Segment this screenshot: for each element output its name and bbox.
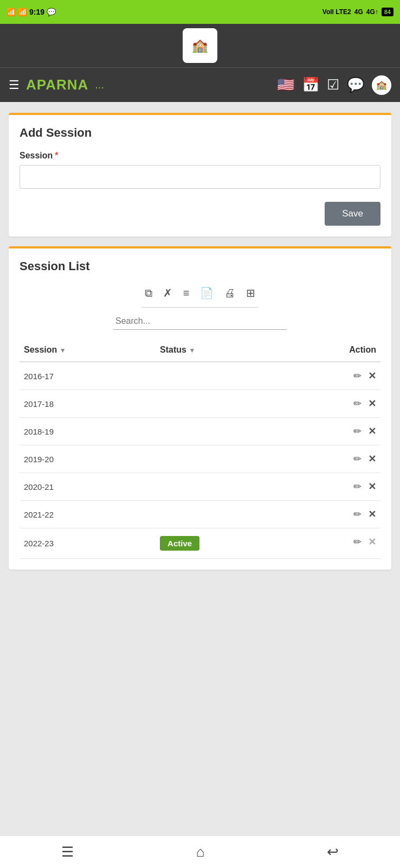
main-content: Add Session Session * Save Session List … <box>0 102 400 835</box>
status-cell <box>156 390 285 418</box>
bottom-back-icon[interactable]: ↩ <box>327 844 339 860</box>
delete-button[interactable]: ✕ <box>368 508 376 520</box>
table-row: 2020-21✏✕ <box>20 473 380 501</box>
add-session-title: Add Session <box>20 126 380 140</box>
status-cell <box>156 473 285 501</box>
edit-button[interactable]: ✏ <box>353 508 362 520</box>
whatsapp-nav-icon[interactable]: 💬 <box>347 76 364 93</box>
session-cell: 2019-20 <box>20 445 156 473</box>
required-marker: * <box>55 151 58 161</box>
app-logo: 🏫 <box>183 28 217 63</box>
table-row: 2021-22✏✕ <box>20 501 380 528</box>
lte-signal: Voll LTE2 <box>322 8 351 16</box>
calendar-icon[interactable]: 📅 <box>302 76 319 93</box>
logo-bar: 🏫 <box>0 24 400 67</box>
nav-bar: ☰ APARNA ... 🇺🇸 📅 ☑ 💬 🏫 <box>0 67 400 102</box>
nav-right: 🇺🇸 📅 ☑ 💬 🏫 <box>277 75 391 95</box>
save-button[interactable]: Save <box>325 202 380 226</box>
col-action: Action <box>285 339 380 362</box>
bottom-menu-icon[interactable]: ☰ <box>61 844 74 860</box>
action-cell: ✏✕ <box>285 473 380 500</box>
action-cell: ✏✕ <box>285 528 380 556</box>
col-session: Session ▼ <box>20 339 156 362</box>
csv-icon-btn[interactable]: ≡ <box>180 284 193 302</box>
table-row: 2022-23Active✏✕ <box>20 528 380 559</box>
delete-button[interactable]: ✕ <box>368 425 376 437</box>
action-cell: ✏✕ <box>285 362 380 390</box>
session-cell: 2017-18 <box>20 390 156 418</box>
table-row: 2018-19✏✕ <box>20 418 380 445</box>
session-field-label: Session * <box>20 151 380 161</box>
bottom-nav: ☰ ⌂ ↩ <box>0 835 400 868</box>
data-speed: 4G <box>354 8 363 16</box>
session-list-card: Session List ⧉ ✗ ≡ 📄 🖨 ⊞ Session ▼ <box>9 246 391 570</box>
task-icon[interactable]: ☑ <box>327 76 339 93</box>
table-row: 2019-20✏✕ <box>20 445 380 473</box>
status-badge: Active <box>160 536 199 551</box>
signal-icon-2: 📶 <box>18 8 27 16</box>
hamburger-menu[interactable]: ☰ <box>9 78 20 92</box>
status-cell <box>156 362 285 390</box>
edit-button[interactable]: ✏ <box>353 453 362 465</box>
col-status: Status ▼ <box>156 339 285 362</box>
delete-button[interactable]: ✕ <box>368 536 376 548</box>
time-display: 9:19 <box>29 8 44 16</box>
whatsapp-icon: 💬 <box>47 8 56 16</box>
status-left: 📶 📶 9:19 💬 <box>7 8 56 16</box>
status-cell: Active <box>156 528 285 559</box>
user-avatar[interactable]: 🏫 <box>372 75 391 95</box>
network-type: 4G↑ <box>366 8 378 16</box>
status-right: Voll LTE2 4G 4G↑ 84 <box>322 8 393 16</box>
action-cell: ✏✕ <box>285 501 380 528</box>
battery-indicator: 84 <box>382 8 393 16</box>
pdf-icon-btn[interactable]: 📄 <box>197 284 217 302</box>
add-session-card: Add Session Session * Save <box>9 113 391 237</box>
search-input[interactable] <box>113 313 287 330</box>
signal-icon: 📶 <box>7 8 16 16</box>
app-dots: ... <box>95 79 104 91</box>
search-bar <box>113 313 287 330</box>
delete-button[interactable]: ✕ <box>368 453 376 465</box>
status-bar: 📶 📶 9:19 💬 Voll LTE2 4G 4G↑ 84 <box>0 0 400 24</box>
session-cell: 2016-17 <box>20 362 156 390</box>
delete-button[interactable]: ✕ <box>368 370 376 382</box>
delete-button[interactable]: ✕ <box>368 398 376 410</box>
form-actions: Save <box>20 202 380 226</box>
excel-icon-btn[interactable]: ✗ <box>160 284 176 302</box>
edit-button[interactable]: ✏ <box>353 481 362 493</box>
session-input[interactable] <box>20 165 380 189</box>
session-cell: 2020-21 <box>20 473 156 501</box>
toolbar-icons: ⧉ ✗ ≡ 📄 🖨 ⊞ <box>141 284 259 308</box>
print-icon-btn[interactable]: 🖨 <box>221 284 238 302</box>
app-title: APARNA <box>26 76 88 93</box>
action-cell: ✏✕ <box>285 390 380 417</box>
status-cell <box>156 445 285 473</box>
columns-icon-btn[interactable]: ⊞ <box>243 284 259 302</box>
status-cell <box>156 418 285 445</box>
edit-button[interactable]: ✏ <box>353 536 362 548</box>
status-sort-arrow[interactable]: ▼ <box>189 347 195 354</box>
copy-icon-btn[interactable]: ⧉ <box>141 284 156 302</box>
action-cell: ✏✕ <box>285 445 380 473</box>
nav-left: ☰ APARNA ... <box>9 76 104 93</box>
flag-icon[interactable]: 🇺🇸 <box>277 76 294 93</box>
session-cell: 2018-19 <box>20 418 156 445</box>
status-cell <box>156 501 285 528</box>
session-table: Session ▼ Status ▼ Action 2016-17✏✕2017-… <box>20 339 380 559</box>
bottom-home-icon[interactable]: ⌂ <box>196 844 205 860</box>
session-sort-arrow[interactable]: ▼ <box>60 347 66 354</box>
table-row: 2016-17✏✕ <box>20 362 380 390</box>
table-toolbar: ⧉ ✗ ≡ 📄 🖨 ⊞ <box>20 284 380 330</box>
session-cell: 2022-23 <box>20 528 156 559</box>
edit-button[interactable]: ✏ <box>353 398 362 410</box>
action-cell: ✏✕ <box>285 418 380 445</box>
session-cell: 2021-22 <box>20 501 156 528</box>
session-list-title: Session List <box>20 259 380 273</box>
edit-button[interactable]: ✏ <box>353 370 362 382</box>
table-row: 2017-18✏✕ <box>20 390 380 418</box>
edit-button[interactable]: ✏ <box>353 425 362 437</box>
delete-button[interactable]: ✕ <box>368 481 376 493</box>
